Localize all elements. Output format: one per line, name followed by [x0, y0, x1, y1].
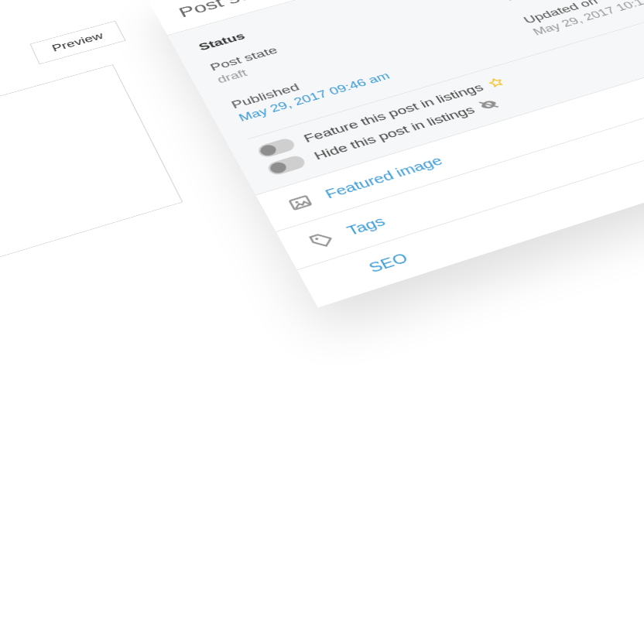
eye-off-icon — [476, 97, 502, 113]
seo-label: SEO — [366, 250, 411, 276]
status-section: Status Post state draft Author Bob Mitro… — [167, 0, 644, 195]
svg-point-3 — [315, 238, 319, 241]
seo-icon — [332, 274, 355, 281]
tags-label: Tags — [344, 214, 388, 238]
feature-toggle[interactable] — [256, 137, 297, 159]
preview-image-placeholder — [0, 64, 183, 260]
svg-point-2 — [295, 200, 299, 204]
tag-icon — [306, 228, 337, 251]
star-icon — [485, 75, 507, 90]
svg-line-0 — [479, 98, 498, 111]
hide-toggle[interactable] — [265, 154, 307, 176]
post-settings-panel: Post settings ✕ Status Post state draft … — [149, 0, 644, 307]
preview-button[interactable]: Preview — [30, 21, 126, 65]
image-icon — [285, 192, 315, 214]
svg-rect-1 — [289, 196, 311, 210]
